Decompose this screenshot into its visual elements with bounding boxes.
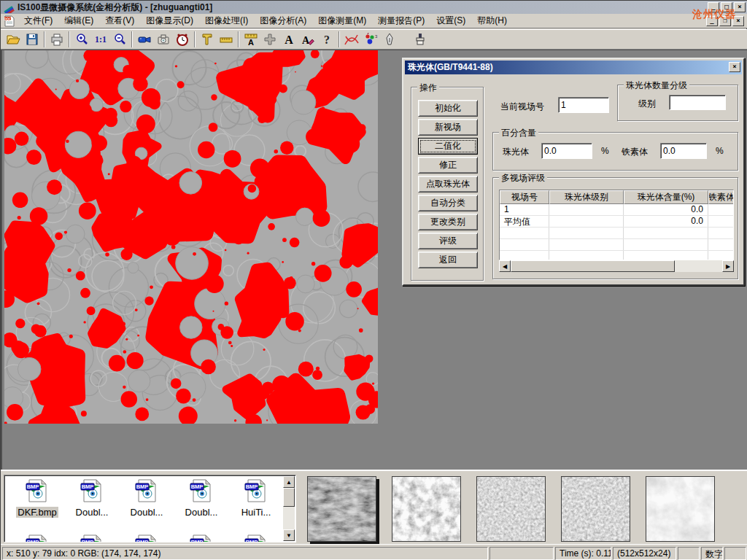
file-list-scrollbar[interactable]: ▲ ▼ (283, 476, 295, 541)
thumbnail[interactable] (476, 476, 546, 542)
pen-tool-icon[interactable] (380, 31, 399, 48)
menu-help[interactable]: 帮助(H) (471, 13, 513, 28)
save-icon[interactable] (23, 31, 42, 48)
zoom-out-icon[interactable] (110, 31, 129, 48)
app-icon (3, 1, 15, 13)
capture-camera-icon[interactable] (154, 31, 173, 48)
status-empty (678, 547, 700, 560)
dialog-title-bar[interactable]: 珠光体(GB/T9441-88) (405, 61, 742, 74)
thumbnail[interactable] (392, 476, 461, 542)
brush-tool-icon[interactable] (411, 31, 430, 48)
timer-icon[interactable] (173, 31, 192, 48)
scroll-right-icon[interactable]: ▶ (722, 260, 734, 272)
file-item[interactable]: BMPDoubl... (120, 478, 173, 518)
scroll-down-icon[interactable]: ▼ (283, 529, 295, 541)
print-icon[interactable] (47, 31, 66, 48)
table-row-empty (500, 251, 733, 260)
change-class-button[interactable]: 更改类别 (418, 214, 478, 230)
svg-text:BMP: BMP (27, 539, 39, 542)
table-row[interactable]: 平均值 0.0 (500, 216, 733, 228)
help-icon[interactable]: ? (317, 31, 336, 48)
zoom-in-icon[interactable] (72, 31, 91, 48)
correct-button[interactable]: 修正 (418, 157, 478, 174)
dialog-close-icon[interactable]: × (729, 62, 740, 72)
current-field-input[interactable] (558, 97, 609, 113)
annotate-icon[interactable]: A (298, 31, 317, 48)
file-item[interactable]: BMP (11, 534, 63, 542)
title-bar[interactable]: IS100显微摄像系统(金相分析版) - [zhuguangti01] _ □ … (1, 1, 747, 14)
return-button[interactable]: 返回 (418, 252, 478, 268)
thumbnail[interactable] (561, 476, 630, 542)
svg-text:BMP: BMP (246, 483, 258, 490)
text-icon[interactable]: A (279, 31, 298, 48)
file-item[interactable]: BMP (230, 534, 282, 542)
pearlite-label: 珠光体 (503, 146, 529, 158)
table-horizontal-scrollbar[interactable]: ◀ ▶ (499, 260, 734, 272)
file-item[interactable]: BMP (175, 534, 228, 542)
binarize-button[interactable]: 二值化 (418, 138, 478, 155)
grading-group-label: 珠光体数量分级 (624, 79, 689, 92)
scroll-up-icon[interactable]: ▲ (283, 476, 295, 488)
status-empty (489, 547, 554, 560)
pick-pearlite-button[interactable]: 点取珠光体 (418, 176, 478, 192)
curve-tool-icon[interactable] (342, 31, 361, 48)
menu-settings[interactable]: 设置(S) (430, 13, 471, 28)
pearlite-value-input[interactable] (541, 143, 592, 159)
scrollbar-thumb[interactable] (283, 488, 295, 507)
measure-text-icon[interactable]: A (241, 31, 260, 48)
menu-image-processing[interactable]: 图像处理(I) (199, 13, 254, 28)
window-title: IS100显微摄像系统(金相分析版) - [zhuguangti01] (18, 1, 212, 14)
menu-bar: DOC 文件(F) 编辑(E) 查看(V) 图像显示(D) 图像处理(I) 图像… (1, 14, 747, 28)
svg-text:3: 3 (375, 34, 378, 39)
menu-image-analysis[interactable]: 图像分析(A) (254, 13, 312, 28)
ruler-icon[interactable] (217, 31, 236, 48)
auto-classify-button[interactable]: 自动分类 (418, 195, 478, 211)
new-field-button[interactable]: 新视场 (418, 119, 478, 136)
file-item[interactable]: BMPDKF.bmp (11, 478, 63, 518)
col-pearlite-content: 珠光体含量(%) (624, 190, 708, 204)
svg-text:BMP: BMP (191, 483, 204, 490)
ferrite-value-input[interactable] (660, 143, 707, 159)
col-field-number: 视场号 (500, 190, 549, 204)
toolbar-separator (238, 31, 239, 47)
thumbnail[interactable] (646, 476, 715, 542)
video-camera-icon[interactable] (135, 31, 154, 48)
file-list[interactable]: BMPDKF.bmp BMPDoubl... BMPDoubl... BMPDo… (4, 475, 296, 542)
classify-particles-icon[interactable]: 3 (361, 31, 380, 48)
rating-table[interactable]: 视场号 珠光体级别 珠光体含量(%) 铁素体 1 0.0 平均值 (499, 190, 734, 260)
svg-text:BMP: BMP (27, 483, 39, 490)
document-icon[interactable]: DOC (4, 15, 15, 27)
status-bar: x: 510 y: 79 idx: 0 RGB: (174, 174, 174)… (1, 544, 747, 560)
file-item[interactable]: BMPDoubl... (66, 478, 118, 518)
percent-group-label: 百分含量 (499, 127, 538, 139)
file-item[interactable]: BMPHuiTi... (230, 478, 282, 518)
pearlite-dialog: 珠光体(GB/T9441-88) × 操作 初始化 新视场 二值化 修正 点取珠… (402, 58, 745, 286)
file-item[interactable]: BMPDoubl... (175, 478, 228, 518)
application-window: IS100显微摄像系统(金相分析版) - [zhuguangti01] _ □ … (0, 0, 747, 560)
grid-icon[interactable] (260, 31, 279, 48)
table-row[interactable]: 1 0.0 (500, 204, 733, 216)
menu-image-measure[interactable]: 图像测量(M) (312, 13, 372, 28)
file-item[interactable]: BMP (66, 534, 118, 542)
level-input[interactable] (669, 95, 726, 110)
menu-report[interactable]: 测量报告(P) (372, 13, 430, 28)
open-icon[interactable] (4, 31, 23, 48)
micrograph-image[interactable] (4, 50, 378, 424)
thumbnail[interactable] (307, 476, 376, 542)
scroll-left-icon[interactable]: ◀ (499, 260, 511, 272)
menu-file[interactable]: 文件(F) (18, 13, 58, 28)
scrollbar-thumb[interactable] (511, 260, 675, 272)
percent-group: 百分含量 珠光体 % 铁素体 % (492, 132, 738, 171)
caliper-icon[interactable] (198, 31, 217, 48)
menu-edit[interactable]: 编辑(E) (58, 13, 99, 28)
file-item[interactable]: BMP (120, 534, 173, 542)
col-ferrite: 铁素体 (708, 190, 734, 204)
initialize-button[interactable]: 初始化 (418, 100, 478, 117)
actual-size-icon[interactable]: 1:1 (91, 31, 110, 48)
rate-button[interactable]: 评级 (418, 233, 478, 249)
menu-view[interactable]: 查看(V) (99, 13, 140, 28)
menu-image-display[interactable]: 图像显示(D) (140, 13, 199, 28)
table-row-empty (500, 228, 733, 239)
table-row-empty (500, 239, 733, 251)
level-label: 级别 (638, 98, 656, 110)
